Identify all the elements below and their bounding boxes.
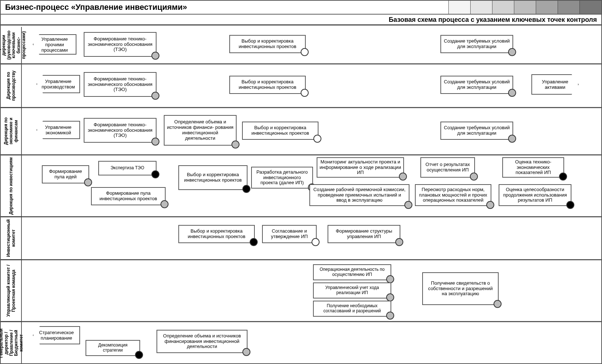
control-point-b_expert: [151, 170, 159, 178]
process-b_expert: Экспертиза ТЭО: [98, 161, 157, 175]
lane-label-l3: Дирекция по экономике и финансам: [1, 107, 22, 154]
control-point-b_oper: [386, 275, 394, 283]
control-point-b_cond1: [508, 48, 516, 56]
process-b_teo2: Формирование технико- экономического обо…: [84, 72, 157, 97]
process-b_permits: Получение необходимых согласований и раз…: [313, 301, 391, 317]
lane-label-l4: Дирекция по инвестициям: [1, 154, 22, 216]
control-point-b_commission: [404, 201, 412, 209]
control-point-b_sel2: [301, 89, 309, 97]
control-point-b_struct: [395, 238, 403, 246]
ref-b_mgmt_prod: Управление производством: [36, 75, 80, 93]
process-b_eval_tech: Оценка технико- экономических показателе…: [502, 157, 564, 178]
process-b_eval_cont: Оценка целесообразности продолжения испо…: [499, 184, 571, 206]
process-b_struct: Формирование структуры управления ИП: [328, 225, 400, 243]
control-point-b_sel1: [301, 48, 309, 56]
lane-label-l6: Управляющий комитет / Проектная команда: [1, 259, 22, 321]
process-b_cond3: Создание требуемых условий для эксплуата…: [440, 122, 513, 140]
process-b_commission: Создание рабочей приемочной комиссии, пр…: [309, 184, 409, 206]
control-point-b_monitor: [399, 173, 407, 181]
lane-labels-column: Прочие дирекции (руководство ключевыми б…: [1, 27, 22, 363]
control-point-b_pool_proj: [161, 200, 169, 208]
process-b_review: Пересмотр расходных норм, плановых мощно…: [415, 184, 491, 206]
control-point-b_teo3: [151, 138, 159, 146]
ref-b_mgmt_econ: Управление экономикой: [36, 121, 80, 139]
control-point-b_decomp: [135, 351, 143, 359]
process-b_sel2: Выбор и корректировка инвестиционных про…: [229, 76, 306, 94]
process-b_oper: Операционная деятельность по осуществлен…: [313, 264, 391, 280]
process-b_fin_vol: Определение объема и источников финанси-…: [164, 115, 237, 146]
control-point-b_fin_vol2: [242, 348, 250, 356]
control-point-b_review: [486, 201, 494, 209]
diagram-page: Бизнес-процесс «Управление инвестициями»…: [0, 0, 602, 364]
lane-label-l7: Генеральный директор / Правление / Бюдже…: [1, 321, 22, 364]
process-b_teo3: Формирование технико- экономического обо…: [84, 118, 157, 143]
ref-b_strat: Стратегическое планирование: [33, 326, 80, 344]
control-point-b_teo1: [151, 52, 159, 60]
process-b_sel5: Выбор и корректировка инвестиционных про…: [178, 225, 255, 243]
lane-label-l1: Прочие дирекции (руководство ключевыми б…: [1, 27, 22, 63]
process-b_approve: Согласование и утверждение ИП: [262, 225, 317, 243]
process-b_decomp: Декомпозиция стратегии: [86, 340, 140, 356]
control-point-b_cond3: [508, 135, 516, 143]
process-b_pool: Формирование пула идей: [42, 165, 89, 183]
control-point-b_sel4: [242, 185, 250, 193]
lane-label-l2: Дирекция по производству: [1, 63, 22, 107]
control-point-b_eval_tech: [559, 173, 567, 181]
process-b_monitor: Мониторинг актуальности проекта и информ…: [317, 157, 404, 178]
ref-b_mgmt_assets: Управление активами: [531, 74, 579, 95]
process-b_sel1: Выбор и корректировка инвестиционных про…: [229, 35, 306, 53]
process-b_acct: Управленческий учет хода реализации ИП: [313, 282, 391, 298]
subtitle: Базовая схема процесса с указанием ключе…: [1, 15, 601, 25]
control-point-b_owner: [494, 300, 502, 308]
header: Бизнес-процесс «Управление инвестициями»: [1, 1, 601, 15]
process-b_detail: Разработка детального инвестиционного пр…: [251, 167, 313, 189]
control-point-b_approve: [312, 238, 320, 246]
process-b_cond2: Создание требуемых условий для эксплуата…: [440, 76, 513, 94]
swimlanes: Прочие дирекции (руководство ключевыми б…: [1, 27, 601, 363]
process-b_fin_vol2: Определение объема и источников финансир…: [157, 330, 247, 353]
control-point-b_cond2: [508, 89, 516, 97]
lane-label-l5: Инвестиционный комитет: [1, 216, 22, 259]
process-b_cond1: Создание требуемых условий для эксплуата…: [440, 35, 513, 53]
control-point-b_report: [470, 173, 478, 181]
control-point-b_permits: [386, 312, 394, 320]
control-point-b_sel3: [313, 135, 321, 143]
main-title: Бизнес-процесс «Управление инвестициями»: [1, 3, 448, 12]
process-b_sel4: Выбор и корректировка инвестиционных про…: [178, 165, 247, 190]
control-point-b_sel5: [250, 238, 258, 246]
ref-b_mgmt_other: Управление прочими процессами: [33, 34, 76, 55]
process-b_pool_proj: Формирование пула инвестиционных проекто…: [91, 187, 166, 205]
process-b_sel3: Выбор и корректировка инвестиционных про…: [242, 122, 318, 140]
gradient-scale: [448, 1, 601, 14]
control-point-b_teo2: [151, 92, 159, 100]
process-b_report: Отчет о результатах осуществления ИП: [420, 157, 475, 178]
control-point-b_eval_cont: [566, 201, 574, 209]
control-point-b_acct: [386, 293, 394, 301]
process-b_teo1: Формирование технико- экономического обо…: [84, 32, 157, 57]
control-point-b_pool: [84, 178, 92, 186]
control-point-b_fin_vol: [231, 141, 239, 149]
process-b_owner: Получение свидетельств о собственности и…: [422, 272, 499, 305]
